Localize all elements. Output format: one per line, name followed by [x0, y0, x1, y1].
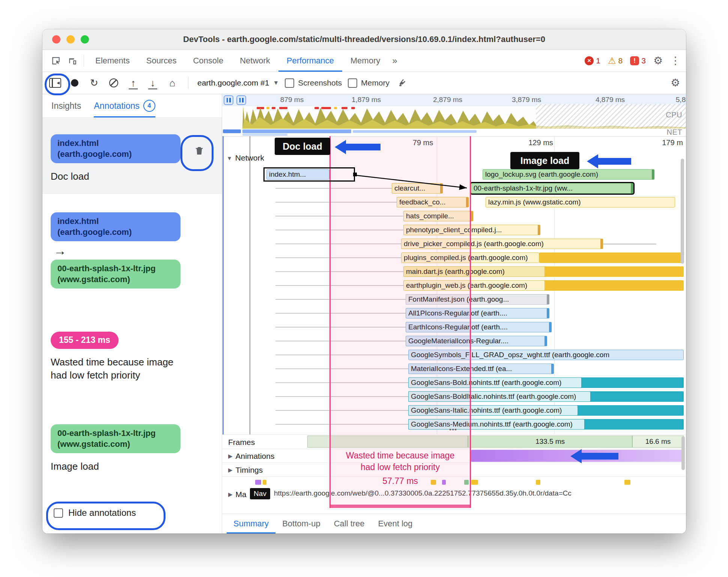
- arrow-left-icon: [570, 449, 618, 463]
- network-request[interactable]: All1PIcons-Regular.otf (earth....: [406, 308, 549, 319]
- tab-summary[interactable]: Summary: [227, 514, 275, 533]
- request-start-line: [275, 382, 408, 383]
- tab-call-tree[interactable]: Call tree: [327, 514, 372, 533]
- inspect-element-icon[interactable]: [48, 50, 64, 72]
- panel-tabs: ElementsSourcesConsoleNetworkPerformance…: [87, 50, 388, 72]
- network-request[interactable]: lazy.min.js (www.gstatic.com): [486, 197, 675, 207]
- main-track-fragment: [255, 480, 261, 485]
- timings-track-label[interactable]: ▶ Timings: [228, 466, 263, 475]
- network-request[interactable]: feedback_co...: [397, 197, 469, 207]
- network-request[interactable]: earthplugin_web.js (earth.google.com): [403, 280, 545, 291]
- device-toolbar-icon[interactable]: [64, 50, 81, 72]
- tab-insights[interactable]: Insights: [51, 94, 81, 117]
- request-start-line: [275, 257, 401, 258]
- request-start-line: [275, 368, 408, 369]
- more-tabs-button[interactable]: »: [388, 50, 401, 72]
- tab-console[interactable]: Console: [185, 50, 232, 72]
- close-window-button[interactable]: [52, 35, 60, 44]
- frames-track-segment[interactable]: 133.5 ms: [468, 436, 632, 448]
- network-request[interactable]: EarthIcons-Regular.otf (earth....: [406, 322, 552, 332]
- tab-event-log[interactable]: Event log: [372, 514, 420, 533]
- delete-annotation-button[interactable]: [191, 142, 208, 160]
- network-activity-bar: [242, 134, 287, 136]
- tab-annotations[interactable]: Annotations 4: [94, 94, 155, 117]
- hide-annotations-checkbox[interactable]: Hide annotations: [54, 508, 136, 518]
- tab-bottom-up[interactable]: Bottom-up: [275, 514, 327, 533]
- clear-button[interactable]: [107, 76, 120, 90]
- capture-settings-gear-icon[interactable]: ⚙: [671, 78, 680, 88]
- zoom-window-button[interactable]: [81, 35, 89, 44]
- network-request[interactable]: main.dart.js (earth.google.com): [403, 266, 545, 277]
- annotation-chip-splash-image[interactable]: 00-earth-splash-1x-ltr.jpg (www.gstatic.…: [51, 424, 180, 453]
- ruler-tick-label: 1,879 ms: [344, 96, 389, 104]
- annotation-chip-index-html[interactable]: index.html (earth.google.com): [51, 134, 180, 163]
- error-count: 1: [596, 56, 600, 65]
- tab-sources[interactable]: Sources: [138, 50, 185, 72]
- devtools-window: DevTools - earth.google.com/static/multi…: [42, 29, 686, 533]
- scrollbar-thumb[interactable]: [681, 159, 684, 264]
- annotation-entry-image-load[interactable]: 00-earth-splash-1x-ltr.jpg (www.gstatic.…: [42, 424, 222, 505]
- wasted-time-text: Wasted time because image: [331, 450, 470, 461]
- memory-checkbox[interactable]: Memory: [348, 78, 390, 88]
- network-request[interactable]: GoogleSymbols_FILL_GRAD_opsz_wght.ttf (e…: [408, 350, 684, 360]
- collect-garbage-icon[interactable]: [396, 76, 409, 90]
- home-button[interactable]: ⌂: [165, 76, 179, 90]
- target-selector-label: earth.google.com #1: [197, 78, 269, 87]
- frames-track-segment[interactable]: 16.6 ms: [632, 436, 684, 448]
- reload-and-record-button[interactable]: ↻: [87, 76, 101, 90]
- tab-performance[interactable]: Performance: [278, 50, 342, 72]
- kebab-menu-icon[interactable]: ⋮: [670, 56, 681, 66]
- issues-badge[interactable]: ! 3: [630, 56, 646, 65]
- network-request[interactable]: GoogleSans-BoldItalic.nohints.ttf (earth…: [408, 391, 591, 402]
- sidebar-panel-icon: [49, 78, 61, 88]
- settings-gear-icon[interactable]: ⚙: [653, 56, 663, 66]
- request-duration-bar: [539, 252, 684, 263]
- load-profile-button[interactable]: ↑: [126, 76, 140, 90]
- ruler-tick-label: 5,8: [658, 96, 686, 104]
- record-button[interactable]: [68, 76, 81, 90]
- more-rows-ellipsis[interactable]: ...: [432, 421, 474, 433]
- main-track-label[interactable]: ▶ Ma: [228, 490, 247, 499]
- annotation-label: Doc load: [51, 170, 214, 183]
- network-track-header[interactable]: ▼ Network: [227, 153, 264, 162]
- annotation-entry-wasted-time[interactable]: 155 - 213 ms Wasted time because image h…: [42, 321, 222, 424]
- tab-network[interactable]: Network: [232, 50, 278, 72]
- toggle-sidebar-button[interactable]: [48, 76, 62, 90]
- annotation-entry-link[interactable]: index.html (earth.google.com) → 00-earth…: [42, 194, 222, 321]
- network-request[interactable]: hats_compile...: [403, 211, 473, 221]
- macos-titlebar: DevTools - earth.google.com/static/multi…: [42, 29, 686, 50]
- network-request[interactable]: clearcut...: [392, 183, 443, 194]
- network-request[interactable]: 00-earth-splash-1x-ltr.jpg (ww...: [471, 183, 633, 194]
- target-selector[interactable]: earth.google.com #1 ▼: [197, 78, 279, 87]
- request-start-line: [275, 355, 408, 355]
- annotation-entry-doc-load[interactable]: index.html (earth.google.com) Doc load: [42, 118, 222, 194]
- network-request[interactable]: GoogleSans-Bold.nohints.ttf (earth.googl…: [408, 377, 582, 388]
- ruler-tick-label: 3,879 ms: [504, 96, 549, 104]
- network-request[interactable]: GoogleSans-Italic.nohints.ttf (earth.goo…: [408, 405, 578, 416]
- network-request[interactable]: plugins_compiled.js (earth.google.com): [401, 252, 539, 263]
- network-request[interactable]: FontManifest.json (earth.goog...: [406, 294, 549, 305]
- tab-elements[interactable]: Elements: [87, 50, 138, 72]
- save-profile-button[interactable]: ↓: [146, 76, 159, 90]
- timeline-overview[interactable]: 879 ms1,879 ms2,879 ms3,879 ms4,879 ms5,…: [222, 94, 686, 137]
- network-request[interactable]: drive_picker_compiled.js (earth.google.c…: [401, 239, 603, 249]
- selection-handle[interactable]: [353, 173, 357, 176]
- scrollbar-thumb[interactable]: [681, 436, 685, 470]
- console-warnings-badge[interactable]: ⚠ 8: [608, 56, 623, 66]
- console-errors-badge[interactable]: × 1: [585, 56, 600, 65]
- annotation-chip-index-html[interactable]: index.html (earth.google.com): [51, 212, 180, 241]
- network-request[interactable]: phenotype_client_compiled.j...: [403, 225, 540, 235]
- frames-track-segment[interactable]: [307, 436, 468, 448]
- network-request[interactable]: MaterialIcons-Extended.ttf (ea...: [408, 364, 554, 374]
- ruler-tick-label: 879 ms: [269, 96, 314, 104]
- network-request[interactable]: GoogleMaterialIcons-Regular....: [406, 336, 547, 346]
- doc-request-selection-frame[interactable]: [263, 167, 355, 182]
- screenshots-checkbox[interactable]: Screenshots: [285, 78, 342, 88]
- annotation-chip-splash-image[interactable]: 00-earth-splash-1x-ltr.jpg (www.gstatic.…: [51, 260, 180, 288]
- network-request[interactable]: logo_lockup.svg (earth.google.com): [483, 169, 654, 180]
- annotation-chip-time-range[interactable]: 155 - 213 ms: [51, 332, 119, 349]
- frames-track-label[interactable]: Frames: [228, 438, 255, 447]
- minimize-window-button[interactable]: [66, 35, 75, 44]
- animations-track-label[interactable]: ▶ Animations: [228, 452, 274, 461]
- tab-memory[interactable]: Memory: [342, 50, 388, 72]
